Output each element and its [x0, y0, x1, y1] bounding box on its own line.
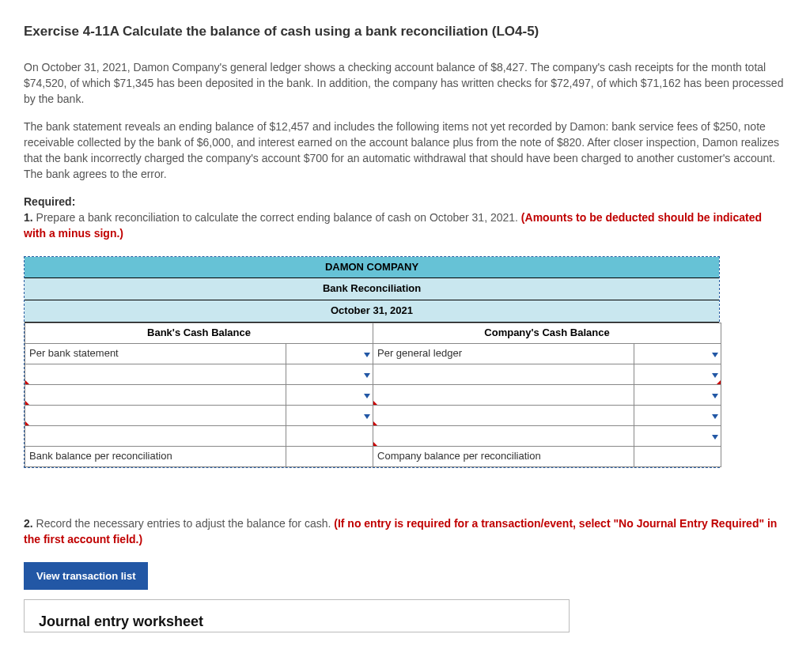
- indicator-icon: [25, 401, 29, 405]
- bank-end-label: Bank balance per reconciliation: [25, 447, 286, 467]
- bank-adj1-amount[interactable]: [286, 364, 373, 385]
- dropdown-icon: [364, 414, 370, 419]
- bank-adj2-desc[interactable]: [25, 385, 286, 406]
- bank-spacer: [25, 426, 286, 447]
- indicator-icon: [373, 421, 377, 425]
- company-adj1-desc[interactable]: [373, 364, 634, 385]
- req2-number: 2.: [24, 517, 33, 530]
- bank-adj3-amount[interactable]: [286, 406, 373, 426]
- col-header-bank: Bank's Cash Balance: [25, 323, 373, 344]
- table-header-title: Bank Reconciliation: [25, 278, 719, 300]
- company-end-label: Company balance per reconciliation: [373, 447, 634, 467]
- req1-number: 1.: [24, 211, 33, 224]
- indicator-icon: [373, 401, 377, 405]
- bank-start-label: Per bank statement: [25, 344, 286, 364]
- req2-text: Record the necessary entries to adjust t…: [33, 517, 335, 530]
- dropdown-icon: [712, 373, 718, 378]
- req1-text: Prepare a bank reconciliation to calcula…: [33, 211, 521, 224]
- dropdown-icon: [364, 353, 370, 357]
- bank-spacer-amt: [286, 426, 373, 447]
- indicator-icon: [25, 380, 29, 384]
- journal-worksheet-title: Journal entry worksheet: [39, 611, 555, 632]
- company-adj4-amount[interactable]: [634, 426, 721, 447]
- exercise-title: Exercise 4-11A Calculate the balance of …: [24, 22, 786, 42]
- dropdown-icon: [364, 394, 370, 398]
- bank-adj1-desc[interactable]: [25, 364, 286, 385]
- company-adj1-amount[interactable]: [634, 364, 721, 385]
- company-adj2-amount[interactable]: [634, 385, 721, 406]
- company-start-amount[interactable]: [634, 344, 721, 364]
- dropdown-icon: [712, 394, 718, 398]
- bank-adj2-amount[interactable]: [286, 385, 373, 406]
- company-adj4-desc[interactable]: [373, 426, 634, 447]
- dropdown-icon: [364, 373, 370, 378]
- company-adj3-desc[interactable]: [373, 406, 634, 426]
- dropdown-icon: [712, 414, 718, 419]
- company-start-label: Per general ledger: [373, 344, 634, 364]
- company-end-amount[interactable]: [634, 447, 721, 467]
- dropdown-icon: [712, 353, 718, 357]
- bank-start-amount[interactable]: [286, 344, 373, 364]
- company-adj2-desc[interactable]: [373, 385, 634, 406]
- paragraph-2: The bank statement reveals an ending bal…: [24, 119, 786, 183]
- indicator-icon: [717, 380, 721, 384]
- required-label: Required:: [24, 195, 75, 208]
- indicator-icon: [25, 421, 29, 425]
- view-transaction-list-button[interactable]: View transaction list: [24, 562, 148, 590]
- dropdown-icon: [712, 435, 718, 440]
- reconciliation-table: DAMON COMPANY Bank Reconciliation Octobe…: [24, 256, 720, 469]
- table-header-date: October 31, 2021: [25, 300, 719, 323]
- bank-adj3-desc[interactable]: [25, 406, 286, 426]
- col-header-company: Company's Cash Balance: [373, 323, 721, 344]
- indicator-icon: [373, 442, 377, 446]
- paragraph-1: On October 31, 2021, Damon Company's gen…: [24, 59, 786, 108]
- journal-worksheet-panel: Journal entry worksheet: [24, 599, 570, 632]
- table-header-company: DAMON COMPANY: [25, 257, 719, 279]
- bank-end-amount[interactable]: [286, 447, 373, 467]
- company-adj3-amount[interactable]: [634, 406, 721, 426]
